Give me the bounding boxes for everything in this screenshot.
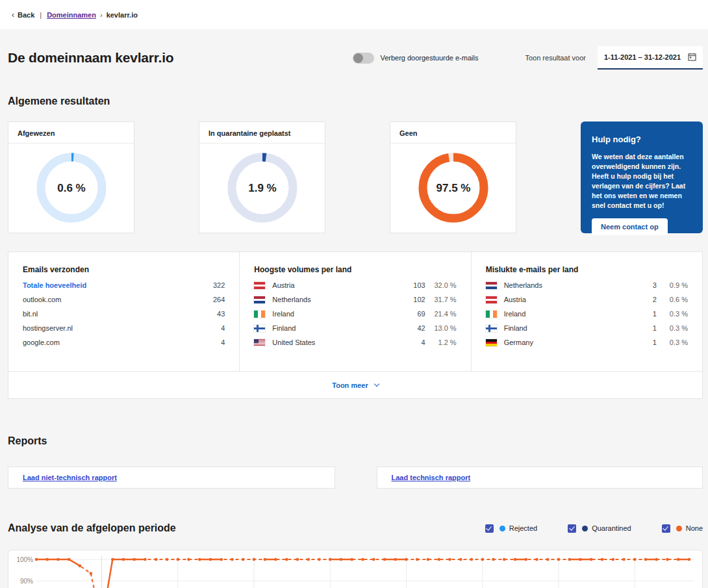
table-row: United States41.2 %	[254, 335, 456, 350]
row-label: google.com	[23, 339, 208, 346]
country-label: Ireland	[272, 310, 408, 318]
flag-us-icon	[254, 339, 265, 346]
stats-column-volumes: Hoogste volumes per land Austria10332.0 …	[239, 252, 470, 371]
row-label: hostingserver.nl	[23, 324, 208, 332]
row-value: 4	[208, 339, 225, 346]
country-count: 69	[409, 310, 425, 318]
flag-nl-icon	[486, 282, 497, 289]
table-row: Finland10.3 %	[486, 321, 688, 335]
table-row: Ireland10.3 %	[486, 307, 688, 321]
flag-fi-icon	[486, 325, 497, 332]
report-card-nontechnical: Laad niet-technisch rapport	[8, 467, 335, 489]
table-row: Austria10332.0 %	[254, 278, 456, 292]
legend-label: Rejected	[509, 524, 537, 532]
calendar-icon[interactable]	[688, 53, 696, 62]
flag-at-icon	[486, 296, 497, 303]
legend-checkbox[interactable]	[662, 524, 670, 533]
svg-text:1.9 %: 1.9 %	[248, 182, 276, 194]
donut-chart-quarantined: 1.9 %	[199, 144, 325, 232]
section-title-analysis: Analyse van de afgelopen periode	[8, 522, 176, 534]
donut-card-none: Geen 97.5 %	[390, 121, 516, 233]
country-label: Austria	[272, 281, 408, 289]
table-row: Finland4213.0 %	[254, 321, 456, 335]
country-percent: 1.2 %	[425, 339, 457, 346]
page-title: De domeinnaam kevlarr.io	[8, 50, 173, 66]
back-chevron-icon: ‹	[12, 10, 14, 19]
toggle-knob	[353, 53, 363, 63]
date-range-value: 1-11-2021 – 31-12-2021	[604, 53, 681, 61]
legend-item-rejected: Rejected	[485, 524, 537, 533]
row-value: 43	[208, 310, 225, 318]
chevron-down-icon	[373, 381, 379, 387]
nontechnical-report-link[interactable]: Laad niet-technisch rapport	[23, 474, 117, 481]
row-label[interactable]: Totale hoeveelheid	[23, 281, 208, 289]
date-range-input[interactable]: 1-11-2021 – 31-12-2021	[598, 46, 703, 70]
legend-dot-icon	[582, 526, 588, 531]
country-percent: 0.6 %	[657, 296, 688, 303]
legend-dot-icon	[499, 526, 505, 531]
legend-checkbox[interactable]	[568, 524, 576, 533]
breadcrumb-link-domeinnamen[interactable]: Domeinnamen	[47, 11, 96, 19]
country-count: 3	[640, 281, 657, 289]
country-percent: 0.9 %	[657, 281, 688, 289]
legend-checkbox[interactable]	[485, 524, 494, 533]
country-label: Finland	[272, 324, 408, 332]
report-card-technical: Laad technisch rapport	[377, 467, 703, 489]
country-percent: 32.0 %	[425, 281, 457, 289]
row-label: bit.nl	[23, 310, 208, 318]
donut-card-title: Afgewezen	[8, 122, 134, 144]
country-count: 2	[640, 296, 657, 303]
svg-text:100%: 100%	[16, 556, 33, 563]
section-title-reports: Reports	[8, 435, 703, 447]
back-button[interactable]: Back	[18, 11, 34, 19]
flag-fi-icon	[254, 325, 265, 332]
donut-chart-none: 97.5 %	[390, 144, 516, 232]
country-percent: 13.0 %	[425, 324, 457, 332]
date-range-label: Toon resultaat voor	[525, 54, 586, 62]
svg-text:90%: 90%	[20, 578, 33, 585]
donut-card-quarantined: In quarantaine geplaatst 1.9 %	[199, 121, 325, 233]
table-row: outlook.com264	[23, 292, 225, 307]
svg-text:0.6 %: 0.6 %	[57, 182, 85, 194]
country-percent: 21.4 %	[425, 310, 457, 318]
table-row: Netherlands30.9 %	[486, 278, 688, 292]
chart-legend: RejectedQuarantinedNone	[455, 524, 703, 533]
toggle-label: Verberg doorgestuurde e-mails	[380, 54, 478, 62]
country-count: 42	[409, 324, 425, 332]
hide-forwarded-toggle[interactable]	[353, 53, 374, 64]
table-row: Austria20.6 %	[486, 292, 688, 307]
breadcrumb-current: kevlarr.io	[107, 11, 138, 19]
country-count: 103	[409, 281, 425, 289]
flag-ie-icon	[254, 311, 265, 318]
analysis-chart-card: 100%90%	[8, 550, 703, 588]
section-title-general: Algemene resultaten	[8, 96, 703, 107]
country-label: Netherlands	[504, 281, 640, 289]
flag-nl-icon	[254, 296, 265, 303]
donut-card-title: Geen	[390, 122, 516, 144]
country-label: Germany	[504, 339, 640, 346]
flag-de-icon	[486, 339, 497, 346]
table-row: hostingserver.nl4	[23, 321, 225, 335]
stats-column-failed: Mislukte e-mails per land Netherlands30.…	[471, 252, 702, 371]
table-row: Netherlands10231.7 %	[254, 292, 456, 307]
breadcrumb-arrow-icon: ›	[100, 11, 103, 19]
legend-label: None	[686, 524, 703, 532]
flag-at-icon	[254, 282, 265, 289]
country-count: 1	[640, 339, 657, 346]
donut-card-rejected: Afgewezen 0.6 %	[8, 121, 134, 233]
show-more-label: Toon meer	[332, 381, 368, 389]
show-more-button[interactable]: Toon meer	[332, 381, 378, 389]
contact-button[interactable]: Neem contact op	[592, 218, 668, 235]
analysis-line-chart: 100%90%	[8, 550, 702, 588]
country-label: Finland	[504, 324, 640, 332]
breadcrumb: ‹ Back | Domeinnamen › kevlarr.io	[0, 0, 708, 29]
country-percent: 0.3 %	[657, 324, 688, 332]
row-value: 4	[208, 324, 225, 332]
country-label: United States	[272, 339, 408, 346]
legend-dot-icon	[676, 526, 682, 531]
donut-chart-rejected: 0.6 %	[8, 144, 134, 232]
table-row: Totale hoeveelheid322	[23, 278, 225, 292]
technical-report-link[interactable]: Laad technisch rapport	[392, 474, 471, 481]
stats-column-title: Mislukte e-mails per land	[486, 265, 688, 274]
stats-column-emails: Emails verzonden Totale hoeveelheid322ou…	[8, 252, 239, 371]
